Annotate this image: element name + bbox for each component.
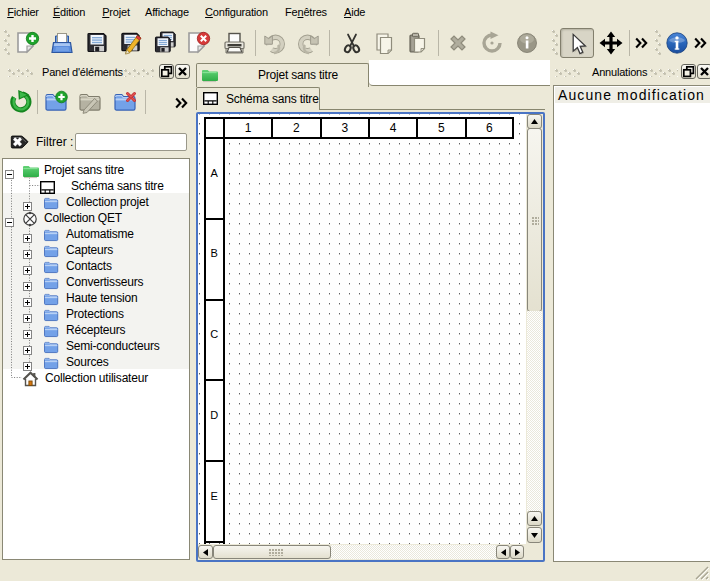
svg-text:E: E [211, 490, 218, 502]
svg-text:C: C [210, 328, 218, 340]
svg-text:5: 5 [438, 121, 445, 135]
svg-text:6: 6 [486, 121, 493, 135]
svg-text:3: 3 [341, 121, 348, 135]
svg-text:1: 1 [245, 121, 252, 135]
svg-text:A: A [211, 167, 219, 179]
svg-text:D: D [210, 409, 218, 421]
svg-text:4: 4 [390, 121, 397, 135]
svg-text:B: B [211, 247, 218, 259]
svg-text:2: 2 [293, 121, 300, 135]
